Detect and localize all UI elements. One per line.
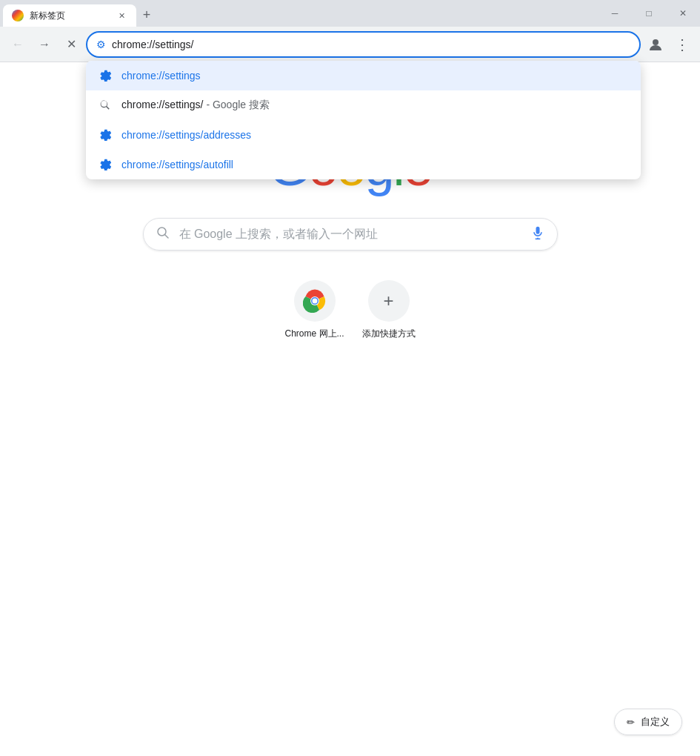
shortcuts: Chrome 网上... + 添加快捷方式: [285, 280, 416, 340]
customize-button[interactable]: ✏ 自定义: [614, 709, 682, 735]
dropdown-item-text: chrome://settings: [121, 70, 629, 82]
shortcut-add-label: 添加快捷方式: [362, 328, 416, 340]
settings-icon: [98, 68, 113, 83]
address-input[interactable]: [112, 39, 630, 50]
settings-icon: ⚙: [96, 39, 106, 50]
svg-point-9: [312, 299, 317, 304]
settings-icon: [98, 127, 113, 142]
dropdown-item-google-search[interactable]: chrome://settings/ - Google 搜索: [86, 90, 641, 120]
dropdown-item-addresses[interactable]: chrome://settings/addresses: [86, 120, 641, 150]
profile-button[interactable]: [644, 33, 667, 56]
address-dropdown: chrome://settings chrome://settings/ - G…: [86, 61, 641, 179]
maximize-button[interactable]: □: [632, 0, 666, 27]
search-box[interactable]: [143, 218, 558, 251]
customize-icon: ✏: [627, 717, 635, 728]
shortcut-chrome-label: Chrome 网上...: [285, 328, 344, 340]
dropdown-search-query: chrome://settings/: [121, 99, 204, 110]
address-bar-container: ⚙ chrome://settings: [86, 31, 641, 58]
dropdown-search-suffix: - Google 搜索: [206, 99, 270, 110]
tab-favicon: [12, 10, 24, 21]
new-tab-button[interactable]: +: [136, 4, 157, 25]
dropdown-item-settings[interactable]: chrome://settings: [86, 61, 641, 90]
toolbar: ← → ✕ ⚙ chrome://settings: [0, 27, 700, 62]
back-button[interactable]: ←: [6, 33, 30, 56]
dropdown-item-autofill[interactable]: chrome://settings/autofill: [86, 150, 641, 179]
dropdown-item-base: chrome://settings/: [121, 129, 204, 141]
active-tab[interactable]: 新标签页 ✕: [3, 4, 136, 27]
search-icon: [156, 225, 170, 244]
customize-label: 自定义: [641, 715, 670, 729]
reload-stop-button[interactable]: ✕: [59, 33, 83, 56]
settings-icon: [98, 157, 113, 172]
dropdown-autofill-text: chrome://settings/autofill: [121, 159, 629, 170]
dropdown-item-base2: chrome://settings/: [121, 159, 204, 170]
tab-title: 新标签页: [30, 10, 110, 22]
svg-point-0: [653, 39, 659, 45]
dropdown-addresses-text: chrome://settings/addresses: [121, 129, 629, 141]
forward-button[interactable]: →: [33, 33, 56, 56]
browser-window: 新标签页 ✕ + ─ □ ✕ ← → ✕ ⚙: [0, 0, 700, 756]
dropdown-item-primary: chrome://settings: [121, 70, 201, 82]
menu-button[interactable]: ⋮: [670, 33, 694, 56]
svg-line-2: [164, 234, 168, 238]
search-icon: [98, 98, 113, 113]
dropdown-item-suffix: addresses: [204, 129, 252, 141]
address-bar[interactable]: ⚙: [86, 31, 641, 58]
shortcut-chrome[interactable]: Chrome 网上...: [285, 280, 344, 340]
shortcut-add-icon: +: [368, 280, 410, 322]
add-icon: +: [377, 289, 401, 313]
tab-close-button[interactable]: ✕: [116, 10, 127, 21]
dropdown-item-suffix2: autofill: [204, 159, 233, 170]
window-controls: ─ □ ✕: [598, 0, 700, 27]
search-input[interactable]: [179, 228, 521, 241]
dropdown-search-text: chrome://settings/ - Google 搜索: [121, 99, 629, 112]
minimize-button[interactable]: ─: [598, 0, 632, 27]
shortcut-add[interactable]: + 添加快捷方式: [362, 280, 416, 340]
close-button[interactable]: ✕: [666, 0, 700, 27]
tab-strip: 新标签页 ✕ +: [0, 0, 598, 27]
titlebar: 新标签页 ✕ + ─ □ ✕: [0, 0, 700, 27]
toolbar-actions: ⋮: [644, 33, 694, 56]
shortcut-chrome-icon: [294, 280, 336, 322]
microphone-icon[interactable]: [530, 225, 545, 244]
